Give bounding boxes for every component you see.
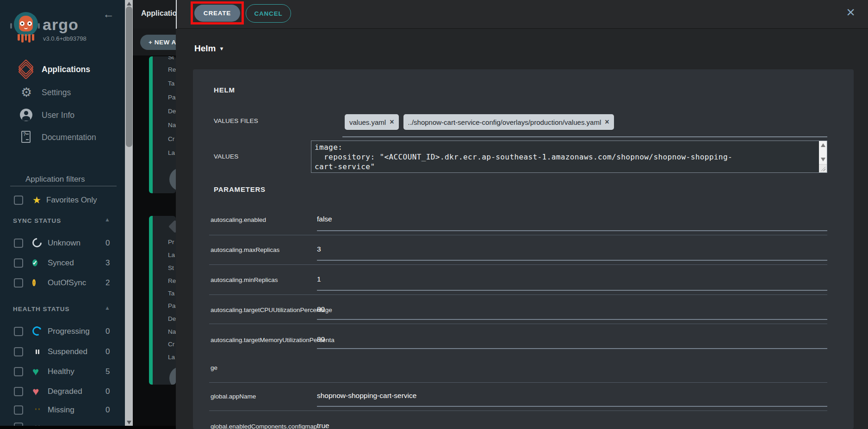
scroll-down-arrow-icon[interactable] <box>821 158 825 161</box>
nav-label: Documentation <box>42 133 96 142</box>
scroll-up-arrow-icon[interactable] <box>127 2 131 6</box>
cancel-button[interactable]: CANCEL <box>246 4 291 23</box>
application-filters-title: Application filters <box>25 175 85 184</box>
filter-health-progressing[interactable]: Progressing 0 <box>0 326 125 338</box>
healthy-heart-icon: ♥ <box>32 367 43 377</box>
resize-grip[interactable] <box>819 164 827 172</box>
param-value-field[interactable]: shopnow-shopping-cart-service <box>317 392 416 400</box>
filter-count: 3 <box>105 258 110 268</box>
sidebar-item-applications[interactable]: Applications <box>0 62 125 79</box>
filter-count: 0 <box>105 405 110 415</box>
new-app-button[interactable]: + NEW APP <box>140 35 176 50</box>
param-value-field[interactable]: 1 <box>317 275 321 283</box>
nav-label: Applications <box>42 65 90 74</box>
suspended-pause-icon <box>32 347 43 357</box>
scroll-up-arrow-icon[interactable] <box>821 143 825 147</box>
chip-remove-icon[interactable]: × <box>605 118 609 126</box>
row-divider <box>209 382 827 383</box>
nav-label: User Info <box>42 110 74 120</box>
favorites-label: Favorites Only <box>46 196 97 205</box>
row-divider <box>209 294 827 295</box>
values-file-chip[interactable]: values.yaml × <box>345 114 399 130</box>
page-scrollbar[interactable] <box>125 0 133 429</box>
chip-remove-icon[interactable]: × <box>390 118 394 126</box>
sidebar-item-documentation[interactable]: Documentation <box>0 130 125 147</box>
bottom-edge-strip <box>0 426 176 429</box>
values-textarea[interactable]: image: repository: "<ACCOUNT_ID>.dkr.ecr… <box>311 141 827 173</box>
param-label-wrapped: ge <box>211 364 318 371</box>
tile-label-fragment: La <box>168 149 175 156</box>
favorites-checkbox[interactable] <box>14 196 23 205</box>
param-input-underline <box>317 319 827 320</box>
filter-health-missing[interactable]: Missing 0 <box>0 405 125 417</box>
tile-label-fragment: Cr <box>168 341 174 348</box>
sidebar-collapse-arrow-icon[interactable]: ← <box>103 7 114 21</box>
sidebar: argo v3.0.6+db93798 ← Applications ⚙ Set… <box>0 0 125 429</box>
scroll-down-arrow-icon[interactable] <box>127 421 131 424</box>
checkbox[interactable] <box>14 387 23 396</box>
sync-status-collapse-icon[interactable]: ▲ <box>105 216 110 223</box>
row-divider <box>209 324 827 324</box>
create-button[interactable]: CREATE <box>194 5 240 22</box>
tile-label-fragment: Cr <box>168 135 174 142</box>
document-icon <box>19 130 34 146</box>
applications-layers-icon <box>19 62 34 78</box>
synced-check-icon: ✓ <box>32 258 43 268</box>
close-icon[interactable]: × <box>846 3 855 21</box>
brand-wordmark: argo <box>43 16 79 34</box>
filter-health-degraded[interactable]: ♥ Degraded 0 <box>0 386 125 398</box>
application-tile[interactable]: Pr La St Re Ta Pa De Na Cr La <box>149 216 176 385</box>
degraded-broken-heart-icon: ♥ <box>32 386 43 397</box>
filter-label: Healthy <box>48 367 74 376</box>
tile-action-circle[interactable] <box>169 168 176 191</box>
param-input-underline <box>317 290 827 291</box>
filter-count: 0 <box>105 347 110 356</box>
checkbox[interactable] <box>14 258 23 268</box>
checkbox[interactable] <box>14 405 23 415</box>
checkbox[interactable] <box>14 239 23 248</box>
filter-sync-outofsync[interactable]: ↑ OutOfSync 2 <box>0 278 125 290</box>
param-value-field[interactable]: false <box>317 215 332 223</box>
mascot-head <box>19 16 33 31</box>
param-value-field[interactable]: 3 <box>317 245 321 253</box>
tile-label-fragment: De <box>168 315 176 322</box>
checkbox[interactable] <box>14 327 23 336</box>
param-value-field[interactable]: true <box>317 422 329 429</box>
tile-action-circle[interactable] <box>169 367 176 385</box>
param-label: autoscaling.targetMemoryUtilizationPerce… <box>211 337 318 343</box>
param-label: global.appName <box>211 393 318 400</box>
values-files-chips: values.yaml × ../shopnow-cart-service-co… <box>345 114 614 130</box>
sidebar-item-user-info[interactable]: User Info <box>0 108 125 124</box>
source-type-dropdown[interactable]: Helm▼ <box>194 43 224 54</box>
source-type-value: Helm <box>194 43 216 53</box>
param-label: autoscaling.enabled <box>211 216 318 223</box>
param-label: autoscaling.maxReplicas <box>211 246 318 253</box>
filter-count: 0 <box>105 239 110 248</box>
sync-status-header: SYNC STATUS <box>13 217 61 224</box>
tile-label-fragment: Na <box>168 122 176 129</box>
tile-label-fragment: Pa <box>168 94 176 101</box>
row-divider <box>209 411 827 411</box>
application-tile[interactable]: St Re Ta Pa De Na Cr La <box>149 56 176 193</box>
background-toolbar: + NEW APP <box>133 29 176 55</box>
filter-sync-synced[interactable]: ✓ Synced 3 <box>0 258 125 270</box>
filter-favorites-only[interactable]: ★ Favorites Only <box>0 195 125 207</box>
health-status-collapse-icon[interactable]: ▲ <box>105 305 110 311</box>
filter-label: Degraded <box>48 387 82 396</box>
filter-count: 5 <box>105 367 110 376</box>
filter-health-suspended[interactable]: Suspended 0 <box>0 347 125 359</box>
values-scrollbar[interactable] <box>819 141 827 172</box>
health-status-header: HEALTH STATUS <box>13 306 70 313</box>
scrollbar-thumb[interactable] <box>126 6 132 147</box>
values-file-chip[interactable]: ../shopnow-cart-service-config/overlays/… <box>403 114 614 130</box>
checkbox[interactable] <box>14 347 23 356</box>
chip-text: ../shopnow-cart-service-config/overlays/… <box>408 118 601 126</box>
filter-health-healthy[interactable]: ♥ Healthy 5 <box>0 367 125 379</box>
checkbox[interactable] <box>14 367 23 376</box>
mascot-eye <box>27 21 32 26</box>
param-value-field[interactable]: 80 <box>317 335 325 343</box>
param-value-field[interactable]: 80 <box>317 305 325 313</box>
filter-sync-unknown[interactable]: Unknown 0 <box>0 238 125 250</box>
checkbox[interactable] <box>14 278 23 288</box>
sidebar-item-settings[interactable]: ⚙ Settings <box>0 85 125 102</box>
